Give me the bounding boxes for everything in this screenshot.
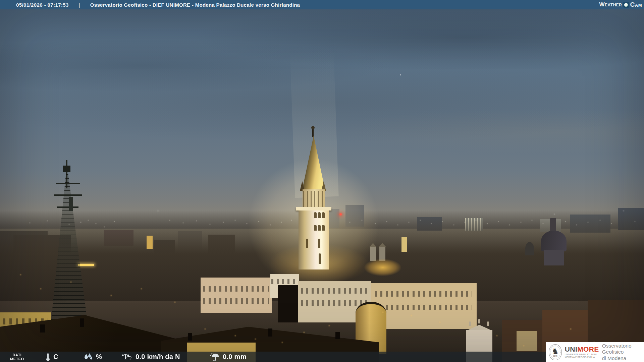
lit-campanile [401,237,407,252]
city-lights [0,9,1,10]
wind-value: 0.0 km/h da N [136,353,180,361]
dati-label-line1: DATI [12,353,21,357]
chimney [268,328,272,337]
telecom-mast-top [63,166,70,172]
chimney [80,318,84,327]
header-bar: 05/01/2026 - 07:17:53 | Osservatorio Geo… [0,0,644,9]
ghirlandina-finial [312,127,314,137]
palazzo-facade [201,278,272,313]
unimore-subtitle-line1: UNIVERSITÀ DEGLI STUDI DI [565,353,599,356]
wind-readout: 0.0 km/h da N [121,352,180,362]
antenna-arm [57,206,78,208]
rain-value: 0.0 mm [223,353,247,361]
church-dome-drum [544,250,564,265]
observatory-name-line1: Osservatorio Geofisico [602,343,644,355]
weathercam-logo: Weather Cam [599,1,642,8]
chimney [40,324,45,333]
webcam-photo [0,9,644,362]
star [400,74,401,75]
antenna-arm [54,194,82,196]
humidity-unit: % [96,353,102,361]
unimore-subtitle-line2: MODENA E REGGIO EMILIA [565,356,599,359]
dati-meteo-label: DATI METEO [10,352,24,362]
webcam-viewer: 05/01/2026 - 07:17:53 | Osservatorio Geo… [0,0,644,362]
seal-knight-figure: ♞ [552,348,559,355]
unimore-seal-icon: ♞ 1175 [549,344,562,360]
chimney [188,333,192,341]
unimore-more-text: MORE [577,345,599,353]
camera-lens-icon [623,2,629,8]
lit-sign-strip [78,264,94,266]
dark-building [278,285,298,322]
temperature-readout: C [45,352,58,362]
umbrella-rain-icon [210,353,220,361]
small-cupola [525,242,534,255]
observatory-name: Osservatorio Geofisico di Modena [602,343,644,362]
observatory-name-line2: di Modena [602,355,644,362]
unimore-branding-box: ♞ 1175 UNIMORE UNIVERSITÀ DEGLI STUDI DI… [546,342,644,362]
seal-year: 1175 [553,355,557,357]
foreground-building [517,331,537,351]
anemometer-icon [121,353,133,361]
header-separator: | [79,2,80,8]
unimore-logotype: UNIMORE UNIVERSITÀ DEGLI STUDI DI MODENA… [565,346,599,359]
temperature-unit: C [53,353,58,361]
palazzo-facade [371,283,477,329]
red-antenna-light [339,213,342,216]
rain-readout: 0.0 mm [210,352,247,362]
thermometer-icon [45,353,51,361]
page-title: Osservatorio Geofisico - DIEF UNIMORE - … [90,2,300,8]
datetime-label: 05/01/2026 - 07:17:53 [16,2,69,8]
unimore-uni-text: UNI [565,345,577,353]
dati-label-line2: METEO [10,357,24,361]
brand-weather-text: Weather [599,1,622,8]
brand-cam-text: Cam [630,1,642,8]
church-dome [541,231,567,251]
antenna-panel [69,197,73,211]
ghirlandina-tower [299,210,329,269]
ghirlandina-cornice [296,207,331,210]
chimney [335,332,340,339]
antenna-arm [56,183,80,184]
water-drops-icon [83,353,93,361]
lit-campanile [147,236,153,249]
humidity-readout: % [83,352,102,362]
